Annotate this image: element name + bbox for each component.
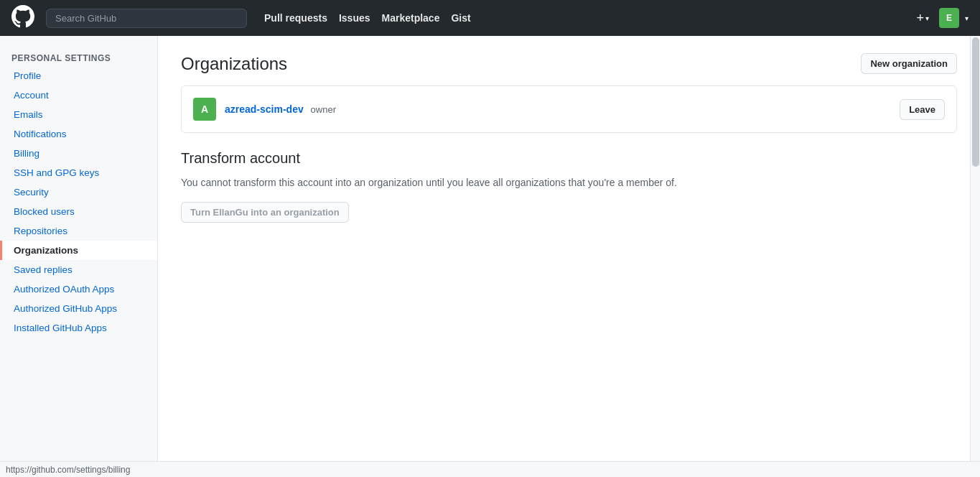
org-role: owner — [311, 104, 336, 115]
transform-section: Transform account You cannot transform t… — [181, 150, 957, 223]
sidebar-item-organizations[interactable]: Organizations — [0, 241, 157, 260]
org-info: A azread-scim-dev owner — [193, 98, 336, 121]
sidebar: Personal settings Profile Account Emails… — [0, 36, 158, 477]
gist-link[interactable]: Gist — [451, 12, 470, 24]
marketplace-link[interactable]: Marketplace — [382, 12, 440, 24]
sidebar-item-repositories[interactable]: Repositories — [0, 221, 157, 241]
sidebar-item-blocked-users[interactable]: Blocked users — [0, 202, 157, 221]
nav-links: Pull requests Issues Marketplace Gist — [264, 12, 471, 24]
sidebar-item-installed-github-apps[interactable]: Installed GitHub Apps — [0, 318, 157, 338]
scrollbar-thumb — [972, 37, 979, 167]
new-item-button[interactable]: + ▾ — [912, 8, 933, 29]
avatar-chevron-icon: ▾ — [965, 14, 969, 22]
org-avatar: A — [193, 98, 216, 121]
sidebar-heading: Personal settings — [0, 47, 157, 66]
scrollbar-track[interactable] — [970, 36, 980, 461]
organization-card: A azread-scim-dev owner Leave — [181, 85, 957, 133]
sidebar-item-emails[interactable]: Emails — [0, 105, 157, 124]
issues-link[interactable]: Issues — [339, 12, 370, 24]
search-input[interactable] — [46, 9, 247, 28]
org-name[interactable]: azread-scim-dev — [225, 103, 304, 115]
top-navigation: Pull requests Issues Marketplace Gist + … — [0, 0, 980, 36]
topnav-right: + ▾ E ▾ — [912, 8, 969, 29]
chevron-down-icon: ▾ — [925, 14, 929, 22]
leave-org-button[interactable]: Leave — [900, 99, 945, 120]
organizations-header: Organizations New organization — [181, 53, 957, 74]
github-logo[interactable] — [11, 5, 34, 31]
sidebar-item-saved-replies[interactable]: Saved replies — [0, 260, 157, 279]
main-content: Organizations New organization A azread-… — [158, 36, 980, 477]
status-url: https://github.com/settings/billing — [6, 465, 130, 475]
sidebar-item-authorized-github-apps[interactable]: Authorized GitHub Apps — [0, 299, 157, 318]
sidebar-item-security[interactable]: Security — [0, 182, 157, 202]
transform-title: Transform account — [181, 150, 957, 167]
pull-requests-link[interactable]: Pull requests — [264, 12, 327, 24]
transform-account-button: Turn EllanGu into an organization — [181, 202, 349, 223]
statusbar: https://github.com/settings/billing — [0, 461, 980, 477]
sidebar-item-ssh-gpg-keys[interactable]: SSH and GPG keys — [0, 163, 157, 182]
sidebar-item-profile[interactable]: Profile — [0, 66, 157, 85]
page-title: Organizations — [181, 54, 287, 74]
sidebar-item-account[interactable]: Account — [0, 85, 157, 105]
plus-icon: + — [916, 11, 924, 26]
sidebar-item-billing[interactable]: Billing — [0, 144, 157, 163]
sidebar-item-notifications[interactable]: Notifications — [0, 124, 157, 144]
avatar[interactable]: E — [939, 8, 959, 28]
sidebar-item-authorized-oauth-apps[interactable]: Authorized OAuth Apps — [0, 279, 157, 299]
page-layout: Personal settings Profile Account Emails… — [0, 36, 980, 477]
new-organization-button[interactable]: New organization — [861, 53, 957, 74]
transform-description: You cannot transform this account into a… — [181, 175, 957, 190]
